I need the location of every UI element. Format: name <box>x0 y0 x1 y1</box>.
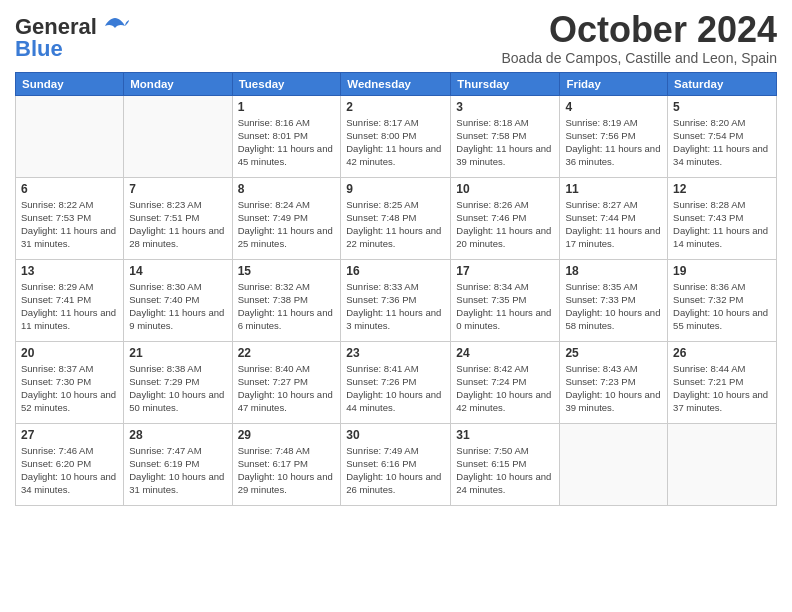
subtitle: Boada de Campos, Castille and Leon, Spai… <box>501 50 777 66</box>
table-row: 21Sunrise: 8:38 AMSunset: 7:29 PMDayligh… <box>124 341 232 423</box>
day-info: Sunrise: 8:18 AMSunset: 7:58 PMDaylight:… <box>456 116 554 169</box>
month-title: October 2024 <box>501 10 777 50</box>
table-row <box>124 95 232 177</box>
day-number: 13 <box>21 264 118 278</box>
table-row: 1Sunrise: 8:16 AMSunset: 8:01 PMDaylight… <box>232 95 341 177</box>
table-row: 20Sunrise: 8:37 AMSunset: 7:30 PMDayligh… <box>16 341 124 423</box>
table-row: 25Sunrise: 8:43 AMSunset: 7:23 PMDayligh… <box>560 341 668 423</box>
table-row: 7Sunrise: 8:23 AMSunset: 7:51 PMDaylight… <box>124 177 232 259</box>
logo: General Blue <box>15 14 129 62</box>
table-row: 23Sunrise: 8:41 AMSunset: 7:26 PMDayligh… <box>341 341 451 423</box>
table-row: 5Sunrise: 8:20 AMSunset: 7:54 PMDaylight… <box>668 95 777 177</box>
day-number: 9 <box>346 182 445 196</box>
day-info: Sunrise: 7:48 AMSunset: 6:17 PMDaylight:… <box>238 444 336 497</box>
day-info: Sunrise: 7:47 AMSunset: 6:19 PMDaylight:… <box>129 444 226 497</box>
day-number: 8 <box>238 182 336 196</box>
day-info: Sunrise: 8:36 AMSunset: 7:32 PMDaylight:… <box>673 280 771 333</box>
table-row: 4Sunrise: 8:19 AMSunset: 7:56 PMDaylight… <box>560 95 668 177</box>
table-row: 6Sunrise: 8:22 AMSunset: 7:53 PMDaylight… <box>16 177 124 259</box>
table-row: 19Sunrise: 8:36 AMSunset: 7:32 PMDayligh… <box>668 259 777 341</box>
table-row: 24Sunrise: 8:42 AMSunset: 7:24 PMDayligh… <box>451 341 560 423</box>
day-number: 30 <box>346 428 445 442</box>
calendar-table: Sunday Monday Tuesday Wednesday Thursday… <box>15 72 777 506</box>
day-number: 19 <box>673 264 771 278</box>
col-wednesday: Wednesday <box>341 72 451 95</box>
day-info: Sunrise: 8:28 AMSunset: 7:43 PMDaylight:… <box>673 198 771 251</box>
col-saturday: Saturday <box>668 72 777 95</box>
day-info: Sunrise: 8:25 AMSunset: 7:48 PMDaylight:… <box>346 198 445 251</box>
table-row: 15Sunrise: 8:32 AMSunset: 7:38 PMDayligh… <box>232 259 341 341</box>
col-sunday: Sunday <box>16 72 124 95</box>
page: General Blue October 2024 Boada de Campo… <box>0 0 792 612</box>
table-row: 13Sunrise: 8:29 AMSunset: 7:41 PMDayligh… <box>16 259 124 341</box>
day-info: Sunrise: 7:46 AMSunset: 6:20 PMDaylight:… <box>21 444 118 497</box>
day-info: Sunrise: 8:32 AMSunset: 7:38 PMDaylight:… <box>238 280 336 333</box>
day-info: Sunrise: 8:22 AMSunset: 7:53 PMDaylight:… <box>21 198 118 251</box>
day-number: 7 <box>129 182 226 196</box>
day-info: Sunrise: 8:23 AMSunset: 7:51 PMDaylight:… <box>129 198 226 251</box>
logo-blue-text: Blue <box>15 36 63 62</box>
day-info: Sunrise: 8:17 AMSunset: 8:00 PMDaylight:… <box>346 116 445 169</box>
table-row <box>16 95 124 177</box>
col-tuesday: Tuesday <box>232 72 341 95</box>
day-number: 18 <box>565 264 662 278</box>
table-row: 17Sunrise: 8:34 AMSunset: 7:35 PMDayligh… <box>451 259 560 341</box>
day-info: Sunrise: 8:20 AMSunset: 7:54 PMDaylight:… <box>673 116 771 169</box>
day-info: Sunrise: 8:16 AMSunset: 8:01 PMDaylight:… <box>238 116 336 169</box>
col-friday: Friday <box>560 72 668 95</box>
day-info: Sunrise: 8:33 AMSunset: 7:36 PMDaylight:… <box>346 280 445 333</box>
calendar-header-row: Sunday Monday Tuesday Wednesday Thursday… <box>16 72 777 95</box>
table-row: 9Sunrise: 8:25 AMSunset: 7:48 PMDaylight… <box>341 177 451 259</box>
day-info: Sunrise: 8:27 AMSunset: 7:44 PMDaylight:… <box>565 198 662 251</box>
day-info: Sunrise: 7:50 AMSunset: 6:15 PMDaylight:… <box>456 444 554 497</box>
table-row: 31Sunrise: 7:50 AMSunset: 6:15 PMDayligh… <box>451 423 560 505</box>
day-number: 28 <box>129 428 226 442</box>
day-number: 14 <box>129 264 226 278</box>
day-info: Sunrise: 8:30 AMSunset: 7:40 PMDaylight:… <box>129 280 226 333</box>
day-number: 11 <box>565 182 662 196</box>
day-info: Sunrise: 8:42 AMSunset: 7:24 PMDaylight:… <box>456 362 554 415</box>
table-row: 28Sunrise: 7:47 AMSunset: 6:19 PMDayligh… <box>124 423 232 505</box>
day-info: Sunrise: 8:26 AMSunset: 7:46 PMDaylight:… <box>456 198 554 251</box>
table-row: 8Sunrise: 8:24 AMSunset: 7:49 PMDaylight… <box>232 177 341 259</box>
table-row <box>560 423 668 505</box>
day-info: Sunrise: 8:35 AMSunset: 7:33 PMDaylight:… <box>565 280 662 333</box>
table-row: 26Sunrise: 8:44 AMSunset: 7:21 PMDayligh… <box>668 341 777 423</box>
logo-bird-icon <box>101 16 129 38</box>
day-info: Sunrise: 8:19 AMSunset: 7:56 PMDaylight:… <box>565 116 662 169</box>
table-row: 10Sunrise: 8:26 AMSunset: 7:46 PMDayligh… <box>451 177 560 259</box>
day-number: 4 <box>565 100 662 114</box>
day-number: 15 <box>238 264 336 278</box>
table-row: 12Sunrise: 8:28 AMSunset: 7:43 PMDayligh… <box>668 177 777 259</box>
table-row: 30Sunrise: 7:49 AMSunset: 6:16 PMDayligh… <box>341 423 451 505</box>
day-number: 24 <box>456 346 554 360</box>
day-number: 25 <box>565 346 662 360</box>
day-number: 27 <box>21 428 118 442</box>
header: General Blue October 2024 Boada de Campo… <box>15 10 777 66</box>
day-number: 26 <box>673 346 771 360</box>
day-number: 20 <box>21 346 118 360</box>
day-number: 12 <box>673 182 771 196</box>
title-block: October 2024 Boada de Campos, Castille a… <box>501 10 777 66</box>
day-info: Sunrise: 8:44 AMSunset: 7:21 PMDaylight:… <box>673 362 771 415</box>
day-number: 6 <box>21 182 118 196</box>
day-info: Sunrise: 8:38 AMSunset: 7:29 PMDaylight:… <box>129 362 226 415</box>
table-row: 11Sunrise: 8:27 AMSunset: 7:44 PMDayligh… <box>560 177 668 259</box>
day-info: Sunrise: 8:29 AMSunset: 7:41 PMDaylight:… <box>21 280 118 333</box>
day-info: Sunrise: 7:49 AMSunset: 6:16 PMDaylight:… <box>346 444 445 497</box>
day-number: 3 <box>456 100 554 114</box>
day-number: 22 <box>238 346 336 360</box>
day-number: 16 <box>346 264 445 278</box>
table-row: 3Sunrise: 8:18 AMSunset: 7:58 PMDaylight… <box>451 95 560 177</box>
day-info: Sunrise: 8:40 AMSunset: 7:27 PMDaylight:… <box>238 362 336 415</box>
table-row: 16Sunrise: 8:33 AMSunset: 7:36 PMDayligh… <box>341 259 451 341</box>
table-row: 27Sunrise: 7:46 AMSunset: 6:20 PMDayligh… <box>16 423 124 505</box>
day-number: 2 <box>346 100 445 114</box>
day-number: 29 <box>238 428 336 442</box>
day-info: Sunrise: 8:24 AMSunset: 7:49 PMDaylight:… <box>238 198 336 251</box>
day-info: Sunrise: 8:37 AMSunset: 7:30 PMDaylight:… <box>21 362 118 415</box>
day-number: 10 <box>456 182 554 196</box>
table-row <box>668 423 777 505</box>
day-number: 17 <box>456 264 554 278</box>
table-row: 14Sunrise: 8:30 AMSunset: 7:40 PMDayligh… <box>124 259 232 341</box>
